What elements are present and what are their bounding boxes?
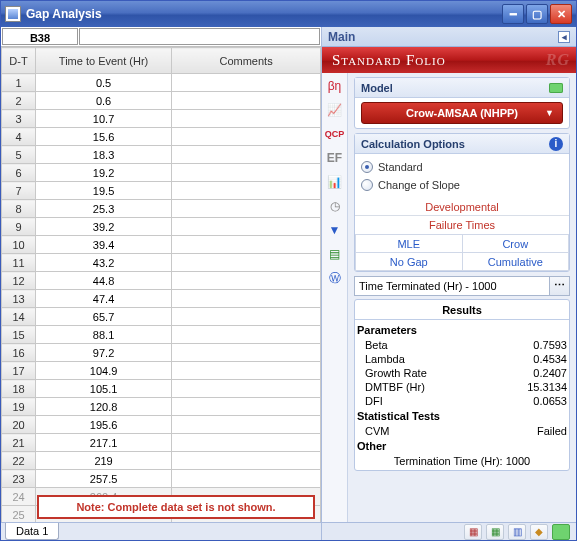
plot-icon[interactable]: 📈 [326,101,344,119]
row-header[interactable]: 15 [2,326,36,344]
cell-time[interactable]: 217.1 [36,434,172,452]
cell-comments[interactable] [172,128,321,146]
row-header[interactable]: 14 [2,308,36,326]
cell-time[interactable]: 88.1 [36,326,172,344]
radio-standard[interactable]: Standard [361,158,563,176]
cell-address-box[interactable]: B38 [2,28,78,45]
cell-time[interactable]: 19.5 [36,182,172,200]
row-header[interactable]: 12 [2,272,36,290]
report-table-icon[interactable]: ▥ [508,524,526,540]
table-row[interactable]: 20.6 [2,92,321,110]
cell-time[interactable]: 105.1 [36,380,172,398]
cell-comments[interactable] [172,416,321,434]
termination-more-button[interactable]: ⋯ [550,276,570,296]
row-header[interactable]: 8 [2,200,36,218]
cell-comments[interactable] [172,182,321,200]
row-header[interactable]: 13 [2,290,36,308]
row-header[interactable]: 11 [2,254,36,272]
cell-time[interactable]: 195.6 [36,416,172,434]
table-row[interactable]: 310.7 [2,110,321,128]
info-icon[interactable]: i [549,137,563,151]
row-header[interactable]: 9 [2,218,36,236]
table-row[interactable]: 415.6 [2,128,321,146]
table-row[interactable]: 1697.2 [2,344,321,362]
report-pdf-icon[interactable]: ▦ [464,524,482,540]
row-header[interactable]: 18 [2,380,36,398]
qcp-icon[interactable]: QCP [326,125,344,143]
model-selector-button[interactable]: Crow-AMSAA (NHPP) [361,102,563,124]
row-header[interactable]: 22 [2,452,36,470]
table-row[interactable]: 18105.1 [2,380,321,398]
row-header[interactable]: 19 [2,398,36,416]
panel-main-header[interactable]: Main ◂ [322,27,576,47]
cell-comments[interactable] [172,146,321,164]
cell-time[interactable]: 25.3 [36,200,172,218]
collapse-icon[interactable]: ◂ [558,31,570,43]
table-row[interactable]: 1143.2 [2,254,321,272]
cell-time[interactable]: 19.2 [36,164,172,182]
cell-time[interactable]: 10.7 [36,110,172,128]
cell-comments[interactable] [172,452,321,470]
table-row[interactable]: 1347.4 [2,290,321,308]
cell-comments[interactable] [172,308,321,326]
row-header[interactable]: 24 [2,488,36,506]
cell-comments[interactable] [172,290,321,308]
row-header[interactable]: 21 [2,434,36,452]
cell-time[interactable]: 39.4 [36,236,172,254]
cell-time[interactable]: 0.5 [36,74,172,92]
row-header[interactable]: 25 [2,506,36,523]
row-header[interactable]: 2 [2,92,36,110]
radio-change-slope[interactable]: Change of Slope [361,176,563,194]
table-row[interactable]: 1588.1 [2,326,321,344]
cell-time[interactable]: 44.8 [36,272,172,290]
table-row[interactable]: 1039.4 [2,236,321,254]
cell-time[interactable]: 65.7 [36,308,172,326]
cell-crow[interactable]: Crow [462,235,569,253]
row-header[interactable]: 23 [2,470,36,488]
table-row[interactable]: 10.5 [2,74,321,92]
cell-comments[interactable] [172,344,321,362]
table-row[interactable]: 518.3 [2,146,321,164]
row-header[interactable]: 20 [2,416,36,434]
table-row[interactable]: 719.5 [2,182,321,200]
table-row[interactable]: 619.2 [2,164,321,182]
cell-time[interactable]: 39.2 [36,218,172,236]
maximize-button[interactable]: ▢ [526,4,548,24]
data-grid[interactable]: D-T Time to Event (Hr) Comments 10.520.6… [1,47,321,522]
table-row[interactable]: 21217.1 [2,434,321,452]
cell-time[interactable]: 18.3 [36,146,172,164]
cell-time[interactable]: 219 [36,452,172,470]
cell-comments[interactable] [172,434,321,452]
cell-cumulative[interactable]: Cumulative [462,253,569,271]
cell-mle[interactable]: MLE [356,235,463,253]
status-lamp-bottom-icon[interactable] [552,524,570,540]
table-row[interactable]: 20195.6 [2,416,321,434]
cell-comments[interactable] [172,74,321,92]
row-header[interactable]: 5 [2,146,36,164]
cell-comments[interactable] [172,200,321,218]
col-header-dt[interactable]: D-T [2,48,36,74]
cell-comments[interactable] [172,380,321,398]
col-header-time[interactable]: Time to Event (Hr) [36,48,172,74]
table-row[interactable]: 939.2 [2,218,321,236]
cell-time[interactable]: 97.2 [36,344,172,362]
cell-time[interactable]: 0.6 [36,92,172,110]
report-xls-icon[interactable]: ▦ [486,524,504,540]
cell-comments[interactable] [172,164,321,182]
table-row[interactable]: 825.3 [2,200,321,218]
cell-comments[interactable] [172,272,321,290]
table-row[interactable]: 1465.7 [2,308,321,326]
row-header[interactable]: 1 [2,74,36,92]
cell-comments[interactable] [172,92,321,110]
cell-time[interactable]: 15.6 [36,128,172,146]
cell-comments[interactable] [172,326,321,344]
row-header[interactable]: 7 [2,182,36,200]
cell-comments[interactable] [172,236,321,254]
cell-comments[interactable] [172,362,321,380]
table-row[interactable]: 19120.8 [2,398,321,416]
table-row[interactable]: 22219 [2,452,321,470]
table-row[interactable]: 1244.8 [2,272,321,290]
row-header[interactable]: 17 [2,362,36,380]
cell-comments[interactable] [172,254,321,272]
w-badge-icon[interactable]: Ⓦ [326,269,344,287]
